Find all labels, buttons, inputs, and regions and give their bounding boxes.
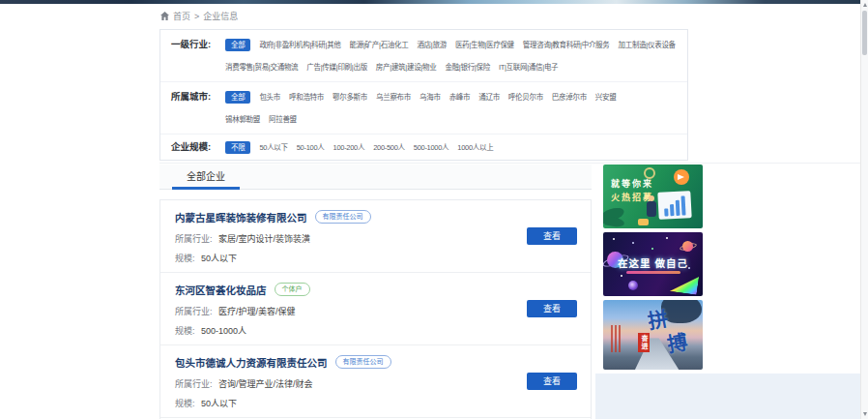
ad-banner-strive[interactable]: 拼 搏 奋进 [603,300,703,370]
company-item: 内蒙古星晖装饰装修有限公司 有限责任公司 所属行业: 家居/室内设计/装饰装潢 … [160,200,591,273]
filter-label-industry: 一级行业: [171,38,225,74]
filter-option-unlimited[interactable]: 不限 [225,141,250,154]
coins-icon [638,219,649,225]
filter-option[interactable]: 广告|传媒|印刷|出版 [306,61,367,74]
ad-banner-column: 就等你来 火热招募 在这里 做自己 拼 搏 [603,165,703,374]
filter-option[interactable]: 能源|矿产|石油化工 [350,39,409,51]
company-name[interactable]: 东河区智荟化妆品店 [175,283,267,297]
filter-option-all[interactable]: 全部 [225,91,250,104]
industry-value: 医疗/护理/美容/保健 [218,307,296,316]
filter-option[interactable]: 酒店|旅游 [417,39,446,51]
scale-value: 500-1000人 [201,326,246,336]
company-type-badge: 个体户 [275,283,310,296]
filter-option[interactable]: 房产|建筑|建设|物业 [376,61,437,74]
filter-row-scale: 企业规模: 不限 50人以下 50-100人 100-200人 200-500人… [160,135,687,160]
filter-option-all[interactable]: 全部 [225,39,250,51]
home-icon [160,12,169,20]
person-icon [647,201,656,217]
filter-option[interactable]: 包头市 [259,91,280,104]
breadcrumb: 首页 > 企业信息 [160,10,238,22]
stars-icon [613,238,615,240]
filter-option[interactable]: IT|互联网|通信|电子 [499,61,558,74]
filter-panel: 一级行业: 全部 政府|非盈利机构|科研|其他 能源|矿产|石油化工 酒店|旅游… [159,29,688,161]
tab-bar: 全部企业 [159,165,592,190]
filter-option[interactable]: 1000人以上 [457,141,493,154]
scale-options-line1: 不限 50人以下 50-100人 100-200人 200-500人 500-1… [225,140,681,154]
page-scrollbar[interactable] [860,0,868,419]
next-section-edge [595,374,860,419]
scale-label: 规模: [175,254,195,263]
top-banner-edge [0,0,868,4]
filter-option[interactable]: 兴安盟 [595,91,617,104]
industry-label: 所属行业: [175,307,213,316]
filter-option[interactable]: 通辽市 [478,91,500,104]
filter-option[interactable]: 巴彦淖尔市 [552,91,587,104]
company-item: 东河区智荟化妆品店 个体户 所属行业: 医疗/护理/美容/保健 规模: 500-… [160,273,591,345]
company-name[interactable]: 内蒙古星晖装饰装修有限公司 [175,210,307,224]
filter-option[interactable]: 鄂尔多斯市 [333,91,367,104]
scrollbar-thumb[interactable] [862,11,867,55]
filter-option[interactable]: 加工制造|仪表设备 [619,39,676,51]
galaxy-icon [628,281,638,290]
planet-icon [682,241,693,252]
banner3-stamp: 奋进 [638,333,650,352]
filter-option[interactable]: 政府|非盈利机构|科研|其他 [259,39,340,51]
banner1-line1: 就等你来 [611,177,653,190]
breadcrumb-current: 企业信息 [203,10,238,22]
filter-option[interactable]: 呼和浩特市 [289,91,324,104]
megaphone-icon [674,169,689,185]
banner2-title: 在这里 做自己 [603,255,703,270]
scale-value: 50人以下 [201,399,237,408]
filter-option[interactable]: 呼伦贝尔市 [508,91,543,104]
scale-label: 规模: [175,326,195,336]
banner3-word2: 搏 [665,325,690,357]
scroll-down-arrow-icon[interactable] [861,409,868,419]
industry-label: 所属行业: [175,234,213,244]
company-name[interactable]: 包头市德诚人力资源有限责任公司 [175,355,328,370]
rainbow-cone-icon [670,273,699,295]
industry-options-line2: 消费零售|贸易|交通物流 广告|传媒|印刷|出版 房产|建筑|建设|物业 金融|… [225,60,681,74]
section-divider [159,163,860,164]
filter-label-city: 所属城市: [171,90,225,126]
ad-banner-recruitment[interactable]: 就等你来 火热招募 [603,165,703,228]
filter-row-industry: 一级行业: 全部 政府|非盈利机构|科研|其他 能源|矿产|石油化工 酒店|旅游… [160,30,687,82]
filter-option[interactable]: 50人以下 [259,141,287,154]
view-button[interactable]: 查看 [527,373,577,390]
scale-value: 50人以下 [201,254,237,263]
scale-label: 规模: [175,399,195,408]
company-list: 内蒙古星晖装饰装修有限公司 有限责任公司 所属行业: 家居/室内设计/装饰装潢 … [159,199,592,419]
filter-row-city: 所属城市: 全部 包头市 呼和浩特市 鄂尔多斯市 乌兰察布市 乌海市 赤峰市 通… [160,82,687,135]
company-type-badge: 有限责任公司 [315,210,371,224]
industry-value: 家居/室内设计/装饰装潢 [218,234,310,244]
tab-all-companies[interactable]: 全部企业 [172,165,240,190]
industry-label: 所属行业: [175,379,213,389]
filter-option[interactable]: 乌兰察布市 [376,91,411,104]
industry-value: 咨询/管理产业/法律/财会 [218,379,313,389]
filter-option[interactable]: 金融|银行|保险 [445,61,490,74]
ad-banner-space[interactable]: 在这里 做自己 [603,232,703,296]
filter-option[interactable]: 100-200人 [333,141,365,154]
chart-card-icon [657,191,691,220]
filter-option[interactable]: 管理咨询|教育科研|中介服务 [523,39,610,51]
scroll-up-arrow-icon[interactable] [861,0,868,10]
breadcrumb-separator: > [194,12,199,21]
filter-option[interactable]: 乌海市 [420,91,441,104]
city-options-line1: 全部 包头市 呼和浩特市 鄂尔多斯市 乌兰察布市 乌海市 赤峰市 通辽市 呼伦贝… [225,90,681,104]
filter-option[interactable]: 赤峰市 [449,91,471,104]
filter-option[interactable]: 医药|生物|医疗保健 [455,39,514,51]
filter-option[interactable]: 消费零售|贸易|交通物流 [225,61,298,74]
filter-option[interactable]: 200-500人 [373,141,405,154]
view-button[interactable]: 查看 [527,227,577,245]
filter-option[interactable]: 阿拉善盟 [269,113,297,126]
banner3-side-text [611,325,622,352]
banner2-subtitle-bar [626,271,680,274]
filter-option[interactable]: 锡林郭勒盟 [225,113,260,126]
enterprise-info-page: 首页 > 企业信息 一级行业: 全部 政府|非盈利机构|科研|其他 能源|矿产|… [0,0,868,419]
company-item: 包头市德诚人力资源有限责任公司 有限责任公司 所属行业: 咨询/管理产业/法律/… [160,345,591,418]
leaf-icon [604,216,624,227]
filter-option[interactable]: 500-1000人 [414,141,449,154]
breadcrumb-home-link[interactable]: 首页 [173,10,190,22]
industry-options-line1: 全部 政府|非盈利机构|科研|其他 能源|矿产|石油化工 酒店|旅游 医药|生物… [225,38,681,51]
view-button[interactable]: 查看 [527,300,577,317]
filter-option[interactable]: 50-100人 [297,141,325,154]
